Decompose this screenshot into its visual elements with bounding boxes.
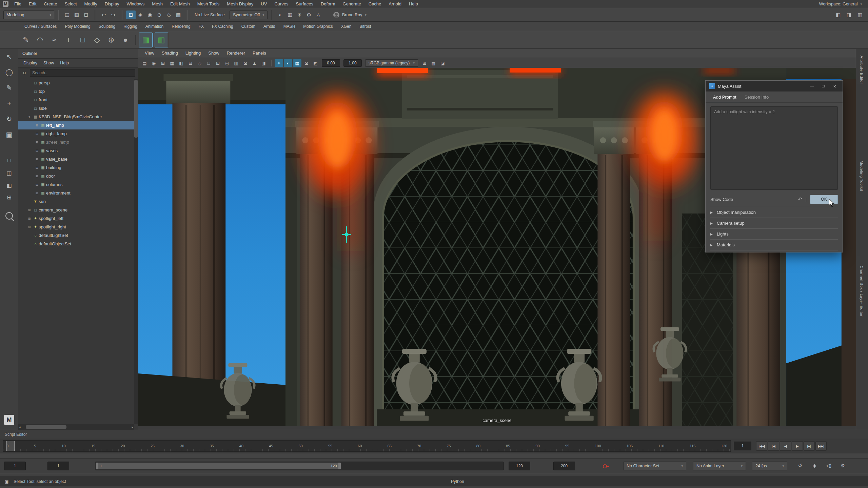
outliner-item[interactable]: ⊞ ✦ spotlight_right [18, 223, 134, 231]
playback-range-bar[interactable]: 1 120 [96, 463, 341, 469]
attach-curves-icon[interactable]: ⊕ [104, 33, 118, 47]
assist-section[interactable]: ▶ Lights [710, 229, 838, 240]
render-current-frame-icon[interactable]: ▦ [285, 11, 295, 19]
outliner-item[interactable]: ⊞ ▦ columns [18, 180, 134, 189]
fps-selector[interactable]: 24 fps ▾ [752, 462, 787, 470]
outliner-item[interactable]: □ side [18, 104, 134, 113]
outliner-item[interactable]: ⊞ ✦ spotlight_left [18, 214, 134, 223]
panel-menu-item[interactable]: Show [204, 49, 223, 57]
new-scene-icon[interactable]: ▤ [62, 11, 72, 19]
expand-toggle-icon[interactable]: ⊞ [34, 141, 40, 144]
gate-mask-icon[interactable]: ◎ [223, 59, 231, 67]
use-all-lights-icon[interactable]: ☀ [275, 59, 283, 67]
scroll-right-icon[interactable]: ▸ [132, 425, 133, 429]
step-forward-frame-button[interactable]: ▶| [804, 441, 815, 451]
menu-item[interactable]: Display [101, 0, 123, 8]
menu-item[interactable]: File [11, 0, 25, 8]
outliner-title[interactable]: Outliner [18, 49, 138, 59]
shelf-tab[interactable]: Arnold [259, 22, 279, 31]
single-pane-layout-icon[interactable]: □ [0, 155, 18, 167]
field-chart-icon[interactable]: ▥ [232, 59, 240, 67]
play-forwards-button[interactable]: ▶ [792, 441, 803, 451]
xray-icon[interactable]: ▩ [429, 59, 438, 67]
assist-section[interactable]: ▶ Object manipulation [710, 207, 838, 218]
outliner-item[interactable]: ☀ sun [18, 197, 134, 206]
shelf-tab[interactable]: Bifrost [355, 22, 375, 31]
snap-to-projected-center-icon[interactable]: ⊙ [155, 11, 164, 19]
tool-settings-toggle-icon[interactable]: ◨ [844, 11, 854, 19]
redo-icon[interactable]: ↪ [108, 11, 118, 19]
workspace-selector[interactable]: Workspace: General ▾ [816, 2, 865, 6]
expand-toggle-icon[interactable]: ⊞ [34, 124, 40, 127]
outliner-item[interactable]: ⊞ ▦ building [18, 163, 134, 172]
shelf-tab[interactable]: MASH [279, 22, 299, 31]
display-layer-bar-icon[interactable]: △ [314, 11, 323, 19]
tab-session-info[interactable]: Session Info [741, 93, 772, 102]
script-editor-bar[interactable]: Script Editor [0, 430, 868, 439]
mute-sound-icon[interactable]: ◁) [824, 461, 833, 470]
cached-playback-icon[interactable]: ◈ [810, 461, 819, 470]
close-button[interactable]: × [830, 82, 839, 90]
exposure-field[interactable]: 0.00 [322, 59, 340, 67]
mash-network-icon[interactable]: ▦ [155, 33, 168, 47]
playback-start-field[interactable]: 1 [47, 462, 69, 470]
maximize-button[interactable]: □ [819, 82, 828, 90]
lock-camera-icon[interactable]: ◉ [150, 59, 158, 67]
symmetry-selector[interactable]: Symmetry: Off ▾ [230, 11, 268, 19]
tab-modeling-toolkit[interactable]: Modeling Toolkit [860, 161, 864, 191]
save-scene-icon[interactable]: ⊟ [81, 11, 91, 19]
outliner-menu-item[interactable]: Show [40, 59, 57, 67]
bookmarks-icon[interactable]: ▦ [168, 59, 176, 67]
expand-toggle-icon[interactable]: ⊞ [26, 217, 32, 220]
three-pane-layout-icon[interactable]: ◧ [0, 179, 18, 191]
tab-channel-box[interactable]: Channel Box / Layer Editor [860, 266, 864, 317]
step-back-frame-button[interactable]: |◀ [768, 441, 779, 451]
lasso-select-tool-icon[interactable]: ◯ [0, 64, 18, 80]
shelf-tab[interactable]: Sculpting [95, 22, 119, 31]
outliner-item[interactable]: ⊞ ▦ environment [18, 189, 134, 197]
menu-item[interactable]: Arnold [385, 0, 405, 8]
menu-set-selector[interactable]: Modeling ▾ [3, 11, 54, 19]
film-gate-icon[interactable]: □ [204, 59, 213, 67]
menu-item[interactable]: Surfaces [292, 0, 317, 8]
textured-display-icon[interactable]: ▦ [293, 59, 301, 67]
expand-toggle-icon[interactable]: ⊞ [26, 208, 32, 212]
playback-end-field[interactable]: 120 [509, 462, 530, 470]
animation-preferences-icon[interactable]: ⚙ [838, 461, 848, 470]
animation-start-field[interactable]: 1 [4, 462, 26, 470]
menu-item[interactable]: Help [405, 0, 422, 8]
play-backwards-button[interactable]: ◀ [780, 441, 791, 451]
menu-item[interactable]: Cache [365, 0, 385, 8]
undo-icon[interactable]: ↩ [99, 11, 108, 19]
shelf-tab[interactable]: Poly Modeling [61, 22, 94, 31]
undo-prompt-icon[interactable]: ↶ [798, 196, 802, 202]
four-pane-layout-icon[interactable]: ⊞ [0, 191, 18, 203]
scrollbar-thumb[interactable] [26, 425, 66, 429]
ok-button[interactable]: OK [810, 195, 838, 204]
backface-culling-icon[interactable]: ◪ [438, 59, 447, 67]
open-scene-icon[interactable]: ▦ [72, 11, 81, 19]
outliner-menu-item[interactable]: Display [20, 59, 40, 67]
resolution-gate-icon[interactable]: ⊡ [214, 59, 222, 67]
use-default-material-icon[interactable]: ⊠ [302, 59, 311, 67]
expand-toggle-icon[interactable]: ⊞ [26, 225, 32, 229]
outliner-item[interactable]: ⊞ ▦ vase_base [18, 155, 134, 163]
expand-toggle-icon[interactable]: ⊞ [34, 191, 40, 195]
filter-icon[interactable]: ⊙ [21, 69, 28, 76]
rotate-tool-icon[interactable]: ↻ [0, 111, 18, 127]
panel-menu-item[interactable]: Panels [249, 49, 270, 57]
panel-menu-item[interactable]: View [141, 49, 158, 57]
zoom-outliner-button[interactable] [0, 208, 18, 224]
panel-menu-item[interactable]: Renderer [223, 49, 249, 57]
gamma-field[interactable]: 1.00 [343, 59, 362, 67]
menu-item[interactable]: Deform [317, 0, 339, 8]
maya-logo-icon[interactable]: M [3, 1, 8, 7]
isolate-select-icon[interactable]: ⊞ [420, 59, 429, 67]
menu-item[interactable]: Edit [25, 0, 40, 8]
nurbs-sphere-icon[interactable]: ● [119, 33, 132, 47]
mash-grid-icon[interactable]: ▦ [139, 33, 153, 47]
outliner-item[interactable]: □ top [18, 87, 134, 96]
go-to-start-button[interactable]: |◀◀ [756, 441, 767, 451]
dialog-title-bar[interactable]: ✦ Maya Assist — □ × [706, 81, 843, 92]
prompt-input[interactable]: Add a spotlight with intensity = 2 [710, 106, 838, 190]
